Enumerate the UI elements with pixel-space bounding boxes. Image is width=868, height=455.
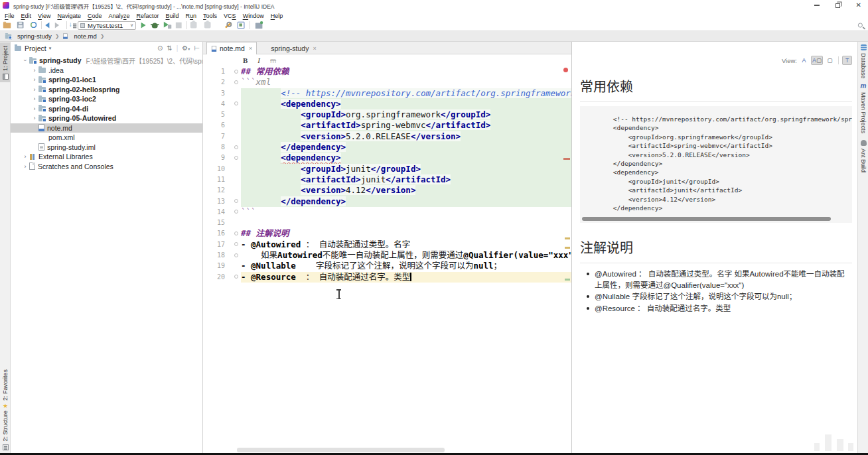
- fold-marker-icon[interactable]: [234, 80, 238, 84]
- bold-icon[interactable]: B: [243, 56, 248, 64]
- close-icon[interactable]: ✕: [856, 0, 861, 11]
- tab-close-icon[interactable]: ×: [249, 45, 252, 52]
- project-tree-row[interactable]: ›spring-01-ioc1: [11, 75, 202, 85]
- horizontal-scrollbar[interactable]: [237, 448, 445, 452]
- breadcrumb-project[interactable]: spring-study: [3, 32, 53, 40]
- menu-help[interactable]: Help: [267, 13, 287, 19]
- hide-panel-icon[interactable]: ⊢: [194, 44, 200, 52]
- editor-only-view-icon[interactable]: A: [799, 56, 809, 65]
- chevron-right-icon: ❯: [53, 33, 62, 39]
- annotate-icon[interactable]: [69, 22, 77, 29]
- open-icon[interactable]: [3, 22, 11, 29]
- preview-code-scrollbar[interactable]: [582, 217, 831, 221]
- menu-tools[interactable]: Tools: [200, 13, 220, 19]
- tool-tab-favorites[interactable]: 2: Favorites ★: [0, 368, 11, 411]
- menu-edit[interactable]: Edit: [18, 13, 35, 19]
- preview-only-view-icon[interactable]: ▢: [825, 56, 835, 65]
- menu-run[interactable]: Run: [182, 13, 200, 19]
- run-configuration-select[interactable]: MyTest.test1 ∨: [78, 21, 136, 30]
- project-structure-icon[interactable]: [238, 22, 246, 29]
- chevron-collapsed-icon[interactable]: ›: [21, 163, 29, 170]
- menu-refactor[interactable]: Refactor: [133, 13, 163, 19]
- editor-line: 3 <!-- https://mvnrepository.com/artifac…: [203, 88, 571, 99]
- fold-marker-icon[interactable]: [234, 210, 238, 214]
- tool-tab-ant[interactable]: Ant Build: [858, 139, 868, 174]
- back-icon[interactable]: [42, 22, 50, 29]
- save-icon[interactable]: [17, 22, 25, 29]
- project-tree-row[interactable]: ›spring-studyF:\班级管理\西开【19525】\2、代码\spri…: [11, 56, 202, 66]
- fold-marker-icon[interactable]: [234, 199, 238, 203]
- sync-icon[interactable]: [31, 22, 38, 29]
- project-tree-row[interactable]: ›spring-05-Autowired: [11, 113, 202, 123]
- project-tree-row[interactable]: ›note.md: [11, 123, 202, 133]
- fold-marker-icon[interactable]: [234, 231, 238, 235]
- locate-icon[interactable]: ⊙: [157, 44, 163, 52]
- settings-wrench-icon[interactable]: [224, 22, 232, 29]
- chevron-expanded-icon[interactable]: ›: [22, 56, 29, 64]
- auto-scroll-icon[interactable]: T: [842, 56, 852, 65]
- debug-button[interactable]: [152, 22, 160, 29]
- editor-and-preview-view-icon[interactable]: A▢: [811, 56, 823, 65]
- fold-marker-icon[interactable]: [234, 145, 238, 149]
- line-text: ```: [241, 207, 571, 218]
- run-coverage-button[interactable]: [164, 22, 172, 29]
- project-tree-row[interactable]: ›spring-02-hellospring: [11, 85, 202, 95]
- project-tree-row[interactable]: ›Scratches and Consoles: [11, 162, 202, 172]
- chevron-down-icon[interactable]: ▾: [49, 46, 52, 51]
- project-tree-row[interactable]: ›External Libraries: [11, 152, 202, 162]
- tree-item-label: pom.xml: [48, 133, 75, 141]
- search-icon[interactable]: [858, 22, 866, 29]
- project-tree-row[interactable]: ›spring-04-di: [11, 104, 202, 114]
- minimize-icon[interactable]: [814, 5, 820, 6]
- chevron-collapsed-icon[interactable]: ›: [31, 67, 38, 74]
- menu-build[interactable]: Build: [163, 13, 182, 19]
- project-tree-row[interactable]: ›spring-03-ioc2: [11, 94, 202, 104]
- fold-marker-icon[interactable]: [234, 70, 238, 74]
- tab-close-icon[interactable]: ×: [313, 45, 316, 52]
- fold-marker-icon[interactable]: [234, 242, 238, 246]
- toolbox-icon[interactable]: [255, 22, 263, 29]
- menu-view[interactable]: View: [35, 13, 54, 19]
- menu-window[interactable]: Window: [240, 13, 267, 19]
- fold-marker-icon[interactable]: [234, 253, 238, 257]
- menu-navigate[interactable]: Navigate: [54, 13, 84, 19]
- fold-marker-icon[interactable]: [234, 275, 238, 279]
- gear-icon[interactable]: ⚙▾: [182, 44, 190, 52]
- star-icon: ★: [3, 403, 8, 409]
- project-tree-row[interactable]: ›pom.xml: [11, 133, 202, 143]
- chevron-collapsed-icon[interactable]: ›: [31, 96, 38, 102]
- restore-icon[interactable]: [835, 3, 840, 8]
- italic-icon[interactable]: I: [257, 56, 260, 64]
- menu-analyze[interactable]: Analyze: [105, 13, 133, 19]
- collapse-all-icon[interactable]: ⇅: [167, 44, 172, 52]
- tool-tab-project[interactable]: 1: Project: [0, 42, 11, 82]
- editor-content[interactable]: 1## 常用依赖2```xml3 <!-- https://mvnreposit…: [203, 66, 571, 447]
- fold-marker-icon[interactable]: [234, 156, 238, 160]
- module-root-icon: [29, 58, 36, 64]
- chevron-collapsed-icon[interactable]: ›: [31, 105, 38, 112]
- editor-line: 10 <groupId>junit</groupId>: [203, 164, 571, 174]
- menu-code[interactable]: Code: [84, 13, 106, 19]
- menu-vcs[interactable]: VCS: [220, 13, 240, 19]
- line-number: 2: [203, 77, 241, 88]
- run-button[interactable]: [140, 22, 148, 29]
- code-icon[interactable]: m: [270, 56, 276, 64]
- chevron-collapsed-icon[interactable]: ›: [21, 153, 29, 160]
- breadcrumb-file[interactable]: note.md: [61, 32, 98, 40]
- chevron-collapsed-icon[interactable]: ›: [31, 115, 38, 121]
- menu-file[interactable]: File: [1, 13, 18, 19]
- tool-tab-maven[interactable]: m Maven Projects: [858, 82, 868, 135]
- project-tree-row[interactable]: ›.idea: [11, 66, 202, 76]
- line-text: - @Resource ： 自动装配通过名字。类型: [241, 272, 571, 283]
- tree-item-label: spring-study.iml: [47, 143, 96, 151]
- fold-marker-icon[interactable]: [234, 101, 238, 105]
- tool-tab-database[interactable]: Database: [858, 43, 868, 80]
- chevron-collapsed-icon[interactable]: ›: [31, 76, 38, 83]
- editor-tab-spring-study[interactable]: spring-study×: [257, 42, 320, 54]
- forward-icon[interactable]: [55, 22, 63, 29]
- scratch-icon: [29, 162, 35, 170]
- editor-tab-note.md[interactable]: note.md×: [206, 42, 257, 54]
- chevron-collapsed-icon[interactable]: ›: [31, 86, 38, 93]
- tool-tab-structure[interactable]: 2: Structure: [0, 409, 11, 452]
- project-tree-row[interactable]: ›spring-study.iml: [11, 143, 202, 153]
